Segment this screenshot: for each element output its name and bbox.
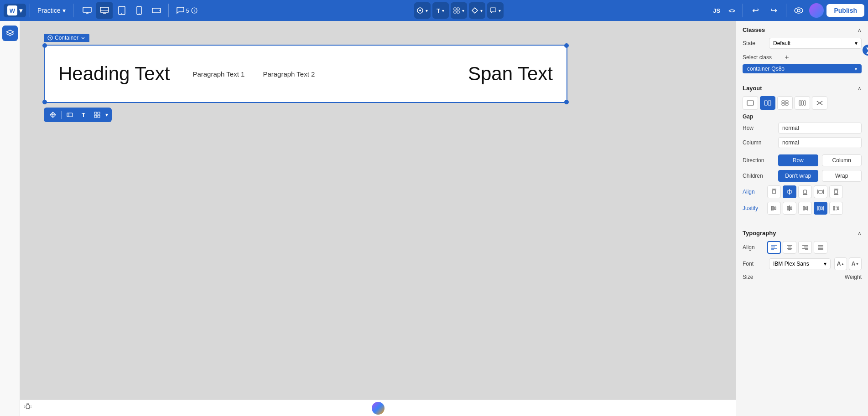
handle-tr[interactable]: [564, 43, 569, 48]
svg-rect-52: [772, 206, 774, 210]
para-text-1: Paragraph Text 1: [183, 70, 254, 78]
typography-header: Typography ∧: [743, 230, 862, 236]
classes-collapse-btn[interactable]: ∧: [858, 27, 862, 33]
typo-align-justify-btn[interactable]: [814, 241, 827, 254]
comment-tool-btn[interactable]: ▾: [487, 2, 504, 19]
dont-wrap-btn[interactable]: Don't wrap: [778, 170, 818, 182]
align-stretch-h-btn[interactable]: [829, 185, 843, 198]
redo-btn[interactable]: ↪: [766, 3, 781, 18]
direction-col-btn[interactable]: Column: [822, 154, 862, 166]
typography-collapse-btn[interactable]: ∧: [858, 230, 862, 236]
weight-label: Weight: [845, 274, 862, 280]
brand-chevron: ▾: [19, 7, 22, 14]
toolbar-divider-1: [61, 111, 62, 119]
state-select[interactable]: Default ▾: [769, 38, 862, 49]
svg-rect-65: [837, 207, 839, 210]
layout-cols-btn[interactable]: [795, 96, 810, 110]
text-tool-btn[interactable]: T ▾: [432, 2, 449, 19]
svg-rect-33: [785, 103, 788, 105]
handle-bl[interactable]: [42, 100, 47, 104]
preview-btn[interactable]: [791, 3, 806, 18]
top-nav: W ▾ Practice ▾ 5 i: [0, 0, 868, 21]
device-mobile-v-btn[interactable]: [131, 2, 147, 19]
comments-btn[interactable]: 5 i: [172, 5, 201, 16]
sidebar-layers-btn[interactable]: [2, 26, 18, 41]
toolbar-component-icon[interactable]: [92, 109, 103, 120]
bug-icon[interactable]: [24, 402, 32, 412]
gap-label: Gap: [743, 113, 862, 120]
direction-row-btn[interactable]: Row: [778, 154, 818, 166]
row-value[interactable]: normal: [778, 123, 862, 134]
svg-rect-27: [747, 101, 754, 105]
container-element[interactable]: Container Heading Text Paragraph Text 1 …: [44, 45, 567, 103]
layout-block-btn[interactable]: [743, 96, 758, 110]
svg-rect-0: [83, 7, 91, 12]
column-value[interactable]: normal: [778, 137, 862, 148]
toolbar-more-btn[interactable]: ▾: [105, 112, 108, 118]
user-avatar[interactable]: [809, 3, 824, 18]
align-top-btn[interactable]: [767, 185, 781, 198]
justify-around-btn[interactable]: [829, 202, 843, 215]
typo-align-left-btn[interactable]: [767, 241, 781, 254]
toolbar-move-icon[interactable]: [47, 109, 58, 120]
toolbar-text-icon[interactable]: T: [78, 109, 89, 120]
toolbar-layout-icon[interactable]: [64, 109, 75, 120]
align-stretch-v-btn[interactable]: [814, 185, 827, 198]
layout-none-btn[interactable]: [812, 96, 827, 110]
font-select[interactable]: IBM Plex Sans ▾: [769, 258, 831, 269]
publish-btn[interactable]: Publish: [826, 4, 864, 17]
class-tag[interactable]: container-Qs8o ▾: [743, 64, 862, 73]
svg-rect-25: [94, 115, 97, 118]
justify-end-btn[interactable]: [798, 202, 812, 215]
svg-rect-47: [819, 190, 822, 193]
code-btn[interactable]: <>: [726, 5, 738, 16]
svg-point-19: [797, 9, 800, 12]
device-tablet-btn[interactable]: [114, 2, 130, 19]
panel-expand-btn[interactable]: ❯: [863, 45, 868, 56]
children-label: Children: [743, 173, 774, 179]
svg-point-4: [121, 13, 122, 14]
nav-divider-1: [30, 4, 30, 17]
justify-center-btn[interactable]: [783, 202, 796, 215]
justify-start-btn[interactable]: [767, 202, 781, 215]
device-icons: [79, 2, 165, 19]
svg-text:i: i: [194, 9, 195, 13]
handle-br[interactable]: [564, 100, 569, 104]
font-size-decrease-btn[interactable]: A▼: [849, 257, 862, 270]
select-tool-btn[interactable]: ▾: [414, 2, 431, 19]
svg-rect-1: [100, 7, 109, 12]
component-tool-btn[interactable]: ▾: [451, 2, 467, 19]
layout-grid-btn[interactable]: [777, 96, 793, 110]
w-icon: W: [7, 5, 17, 15]
align-center-btn[interactable]: [783, 185, 796, 198]
pen-tool-btn[interactable]: ▾: [469, 2, 485, 19]
font-size-increase-btn[interactable]: A▲: [834, 257, 847, 270]
wrap-btn[interactable]: Wrap: [822, 170, 862, 182]
device-monitor-btn[interactable]: [96, 2, 113, 19]
device-mobile-h-btn[interactable]: [148, 2, 165, 19]
typo-align-label: Align: [743, 244, 765, 251]
typo-align-row: Align: [743, 241, 862, 254]
span-text: Span Text: [454, 63, 567, 85]
svg-rect-36: [804, 101, 806, 105]
handle-tl[interactable]: [42, 43, 47, 48]
justify-between-btn[interactable]: [814, 202, 827, 215]
size-label: Size: [743, 274, 753, 280]
align-bottom-btn[interactable]: [798, 185, 812, 198]
container-label: Container: [44, 34, 89, 42]
svg-rect-21: [67, 113, 73, 117]
row-label: Row: [743, 125, 774, 131]
layout-flex-btn[interactable]: [760, 96, 775, 110]
class-tag-row: container-Qs8o ▾: [743, 64, 862, 73]
layout-collapse-btn[interactable]: ∧: [858, 85, 862, 92]
project-name[interactable]: Practice ▾: [34, 5, 69, 16]
typo-align-center-btn[interactable]: [783, 241, 796, 254]
typo-align-right-btn[interactable]: [798, 241, 812, 254]
add-class-btn[interactable]: +: [782, 52, 792, 62]
undo-btn[interactable]: ↩: [748, 3, 763, 18]
brand-logo[interactable]: W ▾: [4, 4, 26, 17]
column-label: Column: [743, 139, 774, 146]
device-desktop-btn[interactable]: [79, 2, 95, 19]
js-btn[interactable]: JS: [710, 5, 723, 16]
container-toolbar: T ▾: [44, 108, 112, 122]
